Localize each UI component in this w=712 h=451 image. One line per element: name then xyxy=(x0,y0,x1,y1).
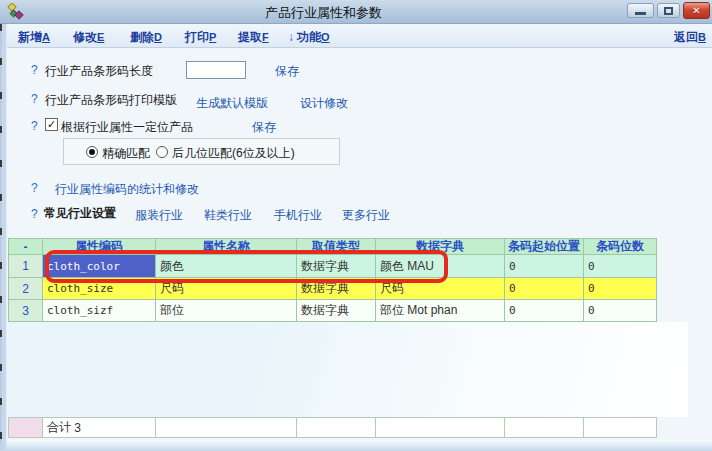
maximize-button[interactable] xyxy=(657,3,680,18)
industry-link-mobile[interactable]: 手机行业 xyxy=(274,207,322,224)
window-left-edge xyxy=(0,24,7,451)
toolbar-add-button[interactable]: 新增A xyxy=(18,29,50,46)
cell-attribute-name[interactable]: 颜色 xyxy=(156,255,297,278)
help-icon[interactable]: ? xyxy=(31,63,38,77)
toolbar-delete-button[interactable]: 删除D xyxy=(130,29,162,46)
cell-barcode-start[interactable]: 0 xyxy=(505,278,584,300)
background-window-fragment xyxy=(0,24,2,451)
exact-match-label: 精确匹配 xyxy=(102,145,150,162)
design-modify-link[interactable]: 设计修改 xyxy=(300,95,348,112)
app-icon xyxy=(7,3,24,20)
row-number[interactable]: 2 xyxy=(9,278,43,300)
cell-attribute-code[interactable]: cloth_sizf xyxy=(43,300,156,322)
minimize-icon xyxy=(635,12,646,15)
help-icon[interactable]: ? xyxy=(31,181,38,195)
barcode-length-save-link[interactable]: 保存 xyxy=(275,63,299,80)
toolbar: 新增A 修改E 删除D 打印P 提取F ↓功能O 返回B xyxy=(0,24,712,48)
cell-data-dict[interactable]: 尺码 xyxy=(376,278,505,300)
match-options-group: 精确匹配 后几位匹配(6位及以上) xyxy=(63,138,340,165)
window-title: 产品行业属性和参数 xyxy=(30,4,617,22)
common-industry-label: 常见行业设置 xyxy=(44,205,116,222)
column-header[interactable]: 条码起始位置 xyxy=(505,239,584,255)
suffix-match-label: 后几位匹配(6位及以上) xyxy=(172,145,295,162)
cell-data-dict[interactable]: 部位 Mot phan xyxy=(376,300,505,322)
cell-value-type[interactable]: 数据字典 xyxy=(297,278,376,300)
locate-product-label: 根据行业属性一定位产品 xyxy=(61,119,193,136)
column-header[interactable]: 属性名称 xyxy=(156,239,297,255)
exact-match-radio[interactable] xyxy=(86,146,98,158)
barcode-length-label: 行业产品条形码长度 xyxy=(45,63,153,80)
industry-link-shoes[interactable]: 鞋类行业 xyxy=(204,207,252,224)
cell-barcode-digits[interactable]: 0 xyxy=(584,255,657,278)
summary-empty-cell xyxy=(156,418,297,438)
column-header[interactable]: 条码位数 xyxy=(584,239,657,255)
attributes-table: - 属性编码 属性名称 取值类型 数据字典 条码起始位置 条码位数 1 clot… xyxy=(8,238,657,322)
help-icon[interactable]: ? xyxy=(31,207,38,221)
minimize-button[interactable] xyxy=(627,3,654,18)
summary-marker-cell xyxy=(9,418,43,438)
close-button[interactable]: ✕ xyxy=(683,2,710,19)
maximize-icon xyxy=(664,7,673,15)
content-background xyxy=(8,322,688,417)
industry-link-more[interactable]: 更多行业 xyxy=(342,207,390,224)
summary-total-cell: 合计 3 xyxy=(43,418,156,438)
cell-barcode-digits[interactable]: 0 xyxy=(584,278,657,300)
row-number[interactable]: 3 xyxy=(9,300,43,322)
attribute-stats-link[interactable]: 行业属性编码的统计和修改 xyxy=(55,181,199,198)
summary-empty-cell xyxy=(376,418,505,438)
suffix-match-radio[interactable] xyxy=(156,146,168,158)
cell-data-dict[interactable]: 颜色 MAU xyxy=(376,255,505,278)
summary-row: 合计 3 xyxy=(8,417,657,438)
title-bar: 产品行业属性和参数 ✕ xyxy=(0,0,712,24)
column-header[interactable]: 取值类型 xyxy=(297,239,376,255)
cell-attribute-name[interactable]: 尺码 xyxy=(156,278,297,300)
industry-link-clothing[interactable]: 服装行业 xyxy=(135,207,183,224)
toolbar-function-button[interactable]: ↓功能O xyxy=(288,29,330,46)
cell-attribute-name[interactable]: 部位 xyxy=(156,300,297,322)
cell-barcode-digits[interactable]: 0 xyxy=(584,300,657,322)
summary-empty-cell xyxy=(505,418,584,438)
toolbar-back-button[interactable]: 返回B xyxy=(674,29,706,46)
locate-product-checkbox[interactable]: ✓ xyxy=(45,118,58,131)
column-header[interactable]: 属性编码 xyxy=(43,239,156,255)
toolbar-print-button[interactable]: 打印P xyxy=(185,29,216,46)
cell-value-type[interactable]: 数据字典 xyxy=(297,300,376,322)
locate-product-save-link[interactable]: 保存 xyxy=(252,119,276,136)
cell-barcode-start[interactable]: 0 xyxy=(505,300,584,322)
toolbar-edit-button[interactable]: 修改E xyxy=(73,29,104,46)
help-icon[interactable]: ? xyxy=(31,119,38,133)
row-number[interactable]: 1 xyxy=(9,255,43,278)
generate-template-link[interactable]: 生成默认模版 xyxy=(196,95,268,112)
cell-barcode-start[interactable]: 0 xyxy=(505,255,584,278)
cell-value-type[interactable]: 数据字典 xyxy=(297,255,376,278)
down-arrow-icon: ↓ xyxy=(288,30,294,44)
cell-attribute-code[interactable]: cloth_color xyxy=(43,255,156,278)
window-bottom-edge xyxy=(0,442,712,451)
summary-empty-cell xyxy=(584,418,657,438)
summary-empty-cell xyxy=(297,418,376,438)
cell-attribute-code[interactable]: cloth_size xyxy=(43,278,156,300)
app-window: 产品行业属性和参数 ✕ 新增A 修改E 删除D 打印P 提取F ↓功能O 返回B… xyxy=(0,0,712,451)
close-icon: ✕ xyxy=(692,5,700,16)
column-header[interactable]: 数据字典 xyxy=(376,239,505,255)
column-header[interactable]: - xyxy=(9,239,43,255)
barcode-template-label: 行业产品条形码打印模版 xyxy=(45,92,177,109)
barcode-length-input[interactable] xyxy=(186,61,246,79)
toolbar-extract-button[interactable]: 提取F xyxy=(238,29,269,46)
help-icon[interactable]: ? xyxy=(31,92,38,106)
